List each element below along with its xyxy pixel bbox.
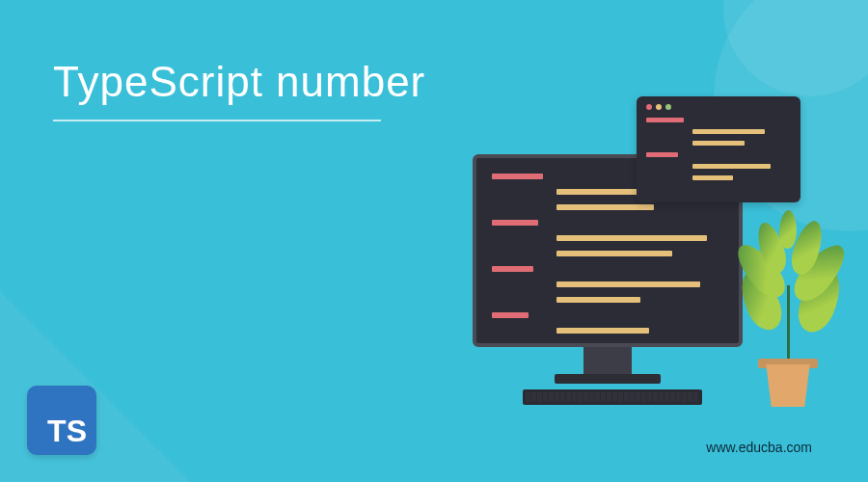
code-line <box>646 118 684 122</box>
code-line <box>492 312 529 318</box>
code-line <box>692 129 765 134</box>
plant-pot <box>762 364 814 407</box>
code-line <box>556 251 672 256</box>
page-title: TypeScript number <box>53 58 425 106</box>
code-line <box>556 328 649 334</box>
plant-stem <box>787 285 790 361</box>
monitor-stand <box>583 347 632 374</box>
floating-code-window <box>637 96 800 202</box>
code-line <box>646 152 678 157</box>
title-underline <box>53 120 381 121</box>
code-line <box>556 235 707 241</box>
site-url: www.educba.com <box>706 440 812 455</box>
bg-diamond <box>0 291 191 482</box>
window-dot-red <box>646 104 652 110</box>
code-line <box>692 175 733 180</box>
typescript-logo: TS <box>27 386 96 455</box>
code-line <box>556 281 700 287</box>
window-dot-green <box>665 104 671 110</box>
plant-illustration <box>723 195 858 407</box>
code-line <box>692 164 771 169</box>
code-line <box>556 204 654 210</box>
window-traffic-lights <box>646 104 791 110</box>
code-line <box>692 141 745 146</box>
code-line <box>556 297 639 303</box>
code-line <box>492 174 543 179</box>
keyboard-illustration <box>523 389 702 405</box>
window-dot-yellow <box>656 104 662 110</box>
ts-logo-text: TS <box>47 414 87 449</box>
code-line <box>492 220 538 226</box>
monitor-base <box>555 374 661 384</box>
code-line <box>492 266 533 272</box>
